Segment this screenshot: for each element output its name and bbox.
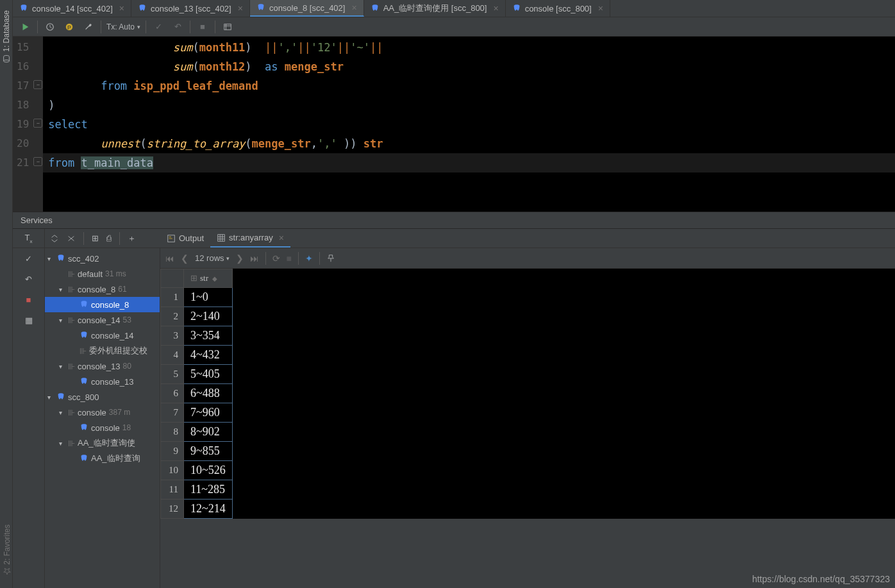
services-tree[interactable]: ▾scc_402⊪default 31 ms▾⊪console_8 61cons… (45, 248, 160, 588)
table-row[interactable]: 66~488 (161, 384, 233, 403)
rollback-button: ↶ (171, 20, 185, 34)
svg-rect-4 (224, 24, 231, 29)
first-page-icon[interactable]: ⏮ (165, 253, 174, 264)
layout-icon[interactable]: ▦ (21, 312, 37, 328)
collapse-all-icon[interactable] (67, 234, 76, 243)
tree-node-default[interactable]: ⊪default 31 ms (45, 266, 160, 281)
services-right-panel: ⏮ ❮ 12 rows ▾ ❯ ⏭ ⟳ ■ ✦ ⊞str◆11~022~1403… (160, 248, 895, 588)
rows-dropdown[interactable]: 12 rows ▾ (195, 253, 230, 263)
settings-button[interactable] (221, 20, 235, 34)
editor-gutter: 15161718192021 (13, 37, 33, 212)
close-icon[interactable]: × (238, 3, 243, 13)
close-icon[interactable]: × (351, 3, 356, 13)
grid-icon[interactable]: ⊞ (92, 233, 99, 243)
wrench-button[interactable] (81, 20, 96, 34)
postgres-icon (79, 423, 88, 432)
editor-tab-1[interactable]: console_13 [scc_402]× (131, 0, 250, 17)
connection-icon: ⊪ (79, 346, 87, 356)
tree-node-scc_800[interactable]: ▾scc_800 (45, 389, 160, 405)
add-row-icon[interactable]: ✦ (305, 253, 313, 264)
tab-result[interactable]: str:anyarray × (210, 229, 290, 248)
database-icon (2, 55, 11, 63)
add-icon[interactable]: ＋ (128, 233, 136, 244)
table-row[interactable]: 77~960 (161, 403, 233, 423)
table-row[interactable]: 44~432 (161, 346, 233, 365)
editor-tab-3[interactable]: AA_临时查询使用 [scc_800]× (364, 0, 506, 17)
table-row[interactable]: 1212~214 (161, 500, 233, 519)
table-row[interactable]: 22~140 (161, 307, 233, 326)
sidebar-tab-database[interactable]: 1: Database (1, 5, 12, 69)
table-row[interactable]: 88~902 (161, 423, 233, 442)
editor-toolbar: P Tx: Auto ▾ ✓ ↶ ■ (13, 17, 895, 37)
postgres-icon (256, 3, 265, 12)
table-row[interactable]: 55~405 (161, 365, 233, 384)
table-row[interactable]: 1010~526 (161, 461, 233, 480)
explain-button[interactable]: P (62, 20, 76, 34)
commit-button: ✓ (151, 20, 165, 34)
table-row[interactable]: 11~0 (161, 288, 233, 307)
close-icon[interactable]: × (119, 3, 124, 13)
tree-node-console[interactable]: ▾⊪console 387 m (45, 405, 160, 420)
result-grid-toolbar: ⏮ ❮ 12 rows ▾ ❯ ⏭ ⟳ ■ ✦ (160, 248, 895, 269)
col-header-str[interactable]: ⊞str◆ (184, 269, 233, 288)
apply-icon[interactable]: ✓ (21, 251, 37, 266)
table-row[interactable]: 99~855 (161, 442, 233, 461)
revert-icon[interactable]: ↶ (21, 271, 37, 287)
close-icon[interactable]: × (279, 233, 284, 243)
services-result-tabs: Output str:anyarray × (160, 229, 895, 248)
history-button[interactable] (43, 20, 57, 34)
tree-node-AA_临时查询使[interactable]: ▾⊪AA_临时查询使 (45, 435, 160, 451)
run-button[interactable] (18, 20, 32, 34)
tree-node-console[interactable]: console 18 (45, 420, 160, 435)
postgres-icon (512, 4, 521, 13)
tree-node-AA_临时查询[interactable]: AA_临时查询 (45, 451, 160, 466)
result-table[interactable]: ⊞str◆11~022~14033~35444~43255~40566~4887… (160, 269, 233, 519)
tx-icon[interactable]: Tx (25, 233, 33, 244)
tree-node-console_14[interactable]: ▾⊪console_14 53 (45, 312, 160, 328)
close-icon[interactable]: × (493, 3, 498, 13)
stop-icon[interactable]: ■ (21, 292, 37, 307)
services-title: Services (21, 215, 53, 225)
services-toolbar: ⊞ ⎙ ＋ (45, 229, 160, 248)
pin-icon[interactable] (326, 254, 335, 263)
bookmark-icon[interactable]: ⎙ (106, 233, 112, 243)
prev-page-icon[interactable]: ❮ (181, 253, 188, 264)
table-row[interactable]: 33~354 (161, 326, 233, 346)
left-tool-window-bar: 1: Database 2: Favorites (0, 0, 13, 588)
postgres-icon (138, 4, 147, 13)
svg-rect-6 (218, 234, 225, 241)
last-page-icon[interactable]: ⏭ (250, 253, 259, 264)
editor-tab-0[interactable]: console_14 [scc_402]× (13, 0, 131, 17)
next-page-icon[interactable]: ❯ (236, 253, 244, 264)
tab-output[interactable]: Output (160, 229, 210, 248)
sidebar-tab-favorites[interactable]: 2: Favorites (1, 519, 13, 580)
editor-tab-4[interactable]: console [scc_800]× (506, 0, 610, 17)
tree-node-console_13[interactable]: ▾⊪console_13 80 (45, 358, 160, 374)
close-icon[interactable]: × (598, 3, 603, 13)
editor-code-area[interactable]: sum(month11) ||','||'12'||'~'|| sum(mont… (43, 37, 895, 212)
services-body: ✓ ↶ ■ ▦ ▾scc_402⊪default 31 ms▾⊪console_… (13, 248, 895, 588)
tree-node-scc_402[interactable]: ▾scc_402 (45, 251, 160, 266)
star-icon (3, 567, 11, 575)
tree-node-console_14[interactable]: console_14 (45, 328, 160, 343)
tree-node-委外机组提交校[interactable]: ⊪委外机组提交校 (45, 343, 160, 358)
watermark: https://blog.csdn.net/qq_35377323 (752, 574, 890, 584)
connection-icon: ⊪ (68, 315, 75, 325)
tree-node-console_8[interactable]: console_8 (45, 297, 160, 312)
filter-icon: ■ (287, 253, 292, 264)
code-editor[interactable]: 15161718192021 −−− sum(month11) ||','||'… (13, 37, 895, 212)
services-panel-header[interactable]: Services (13, 212, 895, 229)
connection-icon: ⊪ (68, 269, 75, 279)
postgres-icon (79, 331, 88, 340)
postgres-icon (371, 4, 380, 13)
editor-fold-column: −−− (33, 37, 43, 212)
expand-all-icon[interactable] (50, 234, 59, 243)
stop-button: ■ (196, 20, 210, 34)
table-icon (217, 233, 226, 242)
table-row[interactable]: 1111~285 (161, 480, 233, 500)
editor-tab-2[interactable]: console_8 [scc_402]× (250, 0, 364, 17)
reload-icon[interactable]: ⟳ (272, 253, 280, 264)
tx-mode-dropdown[interactable]: Tx: Auto ▾ (106, 22, 140, 31)
tree-node-console_8[interactable]: ▾⊪console_8 61 (45, 281, 160, 297)
tree-node-console_13[interactable]: console_13 (45, 374, 160, 389)
